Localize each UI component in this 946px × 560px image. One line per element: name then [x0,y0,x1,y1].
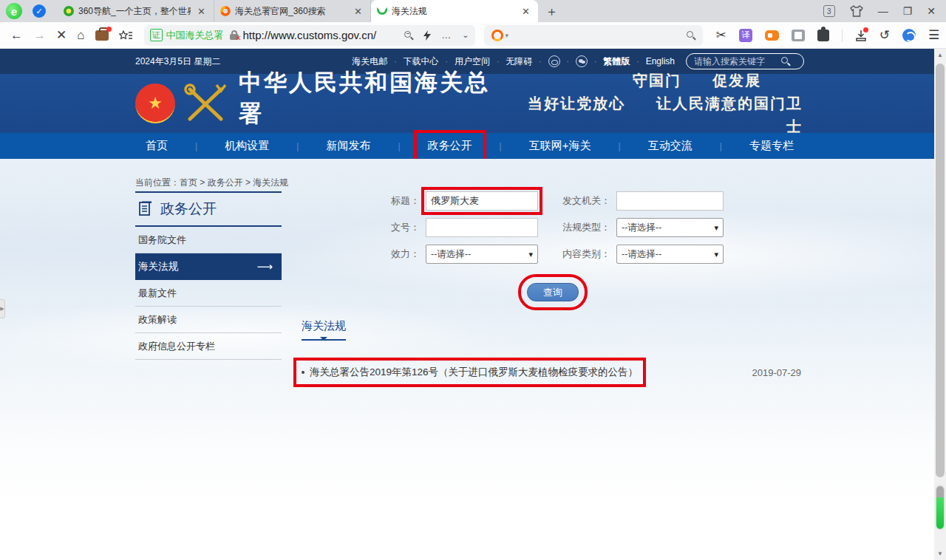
url-text[interactable]: http://www.customs.gov.cn/ [243,29,377,41]
addressbar-dropdown-icon[interactable]: ⌄ [462,30,469,40]
scrollbar-up-icon[interactable]: ▲ [934,52,946,58]
form-row-3: 效力： --请选择-- ▾ 内容类别： --请选择-- ▾ [302,245,804,264]
undo-restore-icon[interactable]: ↺ [879,27,890,43]
wechat-icon[interactable] [576,55,588,67]
result-row: 海关总署公告2019年第126号（关于进口俄罗斯大麦植物检疫要求的公告） 201… [302,366,804,379]
address-bar[interactable]: 证 中国海关总署 ✕ http://www.customs.gov.cn/ … … [144,25,475,46]
tab-360-search[interactable]: 海关总署官网_360搜索 ✕ [214,0,371,22]
result-title: 海关总署公告2019年第126号（关于进口俄罗斯大麦植物检疫要求的公告） [310,366,638,379]
form-row-2: 文号： 法规类型： --请选择-- ▾ [302,218,804,237]
site-search-input[interactable] [694,56,781,66]
tab-count-badge[interactable]: 3 [823,5,835,17]
lightning-icon[interactable] [423,30,431,41]
search-engine-dropdown-icon[interactable]: ▾ [506,32,509,39]
slogan-1a: 守国门 [633,72,681,89]
query-button[interactable]: 查询 [527,283,579,301]
results-section-title: 海关法规 [302,319,346,341]
law-type-select[interactable]: --请选择-- ▾ [616,218,724,237]
site-search-magnifier-icon[interactable] [781,57,790,66]
tab-customs-laws-active[interactable]: 海关法规 ✕ [371,0,538,22]
weibo-icon[interactable] [548,55,560,67]
sidebar-item-state-council-docs[interactable]: 国务院文件 [135,227,282,253]
minimize-button[interactable]: — [878,5,888,17]
scrollbar-thumb[interactable] [936,64,945,477]
home-button-icon[interactable]: ⌂ [77,28,84,43]
nav-divider: | [398,141,400,151]
tab2-title: 海关总署官网_360搜索 [235,5,347,18]
dot-separator: · [594,58,596,66]
download-icon[interactable] [855,30,867,41]
side-panel-expand-handle[interactable]: ▶ [0,299,5,318]
site-header: ★ 中华人民共和国海关总署 General Administration of … [0,74,934,133]
search-magnifier-icon[interactable] [687,31,695,40]
site-search-box[interactable] [686,53,804,69]
tab1-title: 360导航_一个主页，整个世界 [78,5,191,18]
nav-internet-customs[interactable]: 互联网+海关 [519,134,602,158]
dot-separator: · [567,58,569,66]
content-category-select[interactable]: --请选择-- ▾ [616,245,724,264]
nav-news[interactable]: 新闻发布 [316,134,381,158]
scroll-elevator-handle[interactable] [936,486,944,529]
nav-special-topics[interactable]: 专题专栏 [739,134,804,158]
tab-360-nav[interactable]: 360导航_一个主页，整个世界 ✕ [58,0,214,22]
nav-home[interactable]: 首页 [135,134,178,158]
briefcase-icon[interactable] [95,30,109,41]
tab3-close-icon[interactable]: ✕ [520,6,532,17]
translate-icon[interactable]: 译 [739,29,752,42]
scrollbar-down-icon[interactable]: ▼ [934,550,946,557]
doc-number-input[interactable] [426,218,538,237]
nav-organization[interactable]: 机构设置 [214,134,279,158]
menu-hamburger-icon[interactable]: ☰ [928,27,939,43]
link-traditional-chinese[interactable]: 繁體版 [603,55,630,68]
tab1-close-icon[interactable]: ✕ [195,6,208,17]
nav-divider: | [500,141,502,151]
new-tab-button[interactable]: ＋ [545,3,558,20]
result-link[interactable]: 海关总署公告2019年第126号（关于进口俄罗斯大麦植物检疫要求的公告） [302,366,638,379]
title-input[interactable] [426,191,538,211]
slogan-2a: 当好让党放心 [528,95,625,112]
site-verified-name[interactable]: 中国海关总署 [166,29,224,42]
nav-government-affairs[interactable]: 政务公开 [418,134,483,158]
nav-divider: | [720,141,722,151]
browser-search-box[interactable]: ▾ [484,25,703,46]
extensions-puzzle-icon[interactable] [817,30,829,41]
current-date: 2024年3月5日 星期二 [135,55,220,68]
security-check-icon[interactable]: ✓ [33,4,46,18]
issuing-agency-input[interactable] [616,191,724,211]
favorites-star-icon[interactable] [119,30,132,41]
chevron-down-icon: ▾ [528,250,533,259]
stop-button-icon[interactable]: ✕ [56,27,67,43]
cloud-drive-icon[interactable] [902,29,916,42]
link-download-center[interactable]: 下载中心 [404,55,439,68]
sidebar-item-gov-info-disclosure[interactable]: 政府信息公开专栏 [135,333,282,360]
site-cert-badge[interactable]: 证 [150,29,163,41]
active-arrow-icon: ⟶ [256,260,271,273]
tab2-close-icon[interactable]: ✕ [352,6,364,17]
scissors-screenshot-icon[interactable]: ✂ [716,27,726,43]
page-scrollbar[interactable]: ▲ ▼ [934,49,946,560]
link-customs-email[interactable]: 海关电邮 [352,55,387,68]
more-tools-icon[interactable]: … [441,30,452,41]
sidebar-item-customs-laws[interactable]: 海关法规 ⟶ [135,253,282,280]
nav-interaction[interactable]: 互动交流 [638,134,703,158]
close-window-button[interactable]: ✕ [927,5,936,17]
link-user-space[interactable]: 用户空间 [455,55,490,68]
reading-mode-icon[interactable] [792,30,805,41]
notification-dot [106,27,112,32]
back-button-icon[interactable]: ← [10,28,23,43]
forward-button-icon[interactable]: → [33,28,46,43]
national-emblem-icon: ★ [135,83,175,123]
sidebar-item-label: 政府信息公开专栏 [138,340,215,353]
validity-select[interactable]: --请选择-- ▾ [426,245,538,264]
download-badge-dot [863,27,868,33]
link-english[interactable]: English [646,56,675,66]
skin-tshirt-icon[interactable] [850,5,863,17]
tabs-container: 360导航_一个主页，整个世界 ✕ 海关总署官网_360搜索 ✕ 海关法规 ✕ [58,0,538,22]
link-accessibility[interactable]: 无障碍 [506,55,532,68]
sidebar-item-latest-docs[interactable]: 最新文件 [135,280,282,307]
sidebar-item-policy-interpretation[interactable]: 政策解读 [135,307,282,333]
zoom-out-icon[interactable] [404,31,413,40]
restore-button[interactable]: ❐ [903,5,913,17]
game-center-icon[interactable] [765,30,779,41]
browser-360-logo-icon[interactable]: e [6,3,22,19]
